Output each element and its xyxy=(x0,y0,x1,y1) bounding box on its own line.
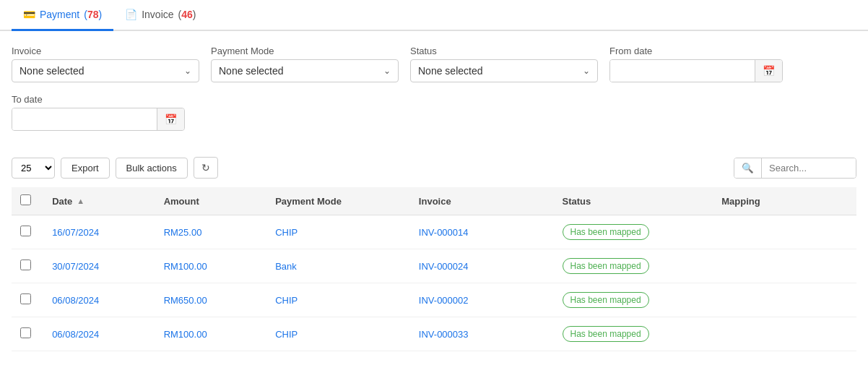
table-row: 16/07/2024 RM25.00 CHIP INV-000014 Has b… xyxy=(12,215,856,249)
table-row: 30/07/2024 RM100.00 Bank INV-000024 Has … xyxy=(12,249,856,283)
row-payment-mode-link[interactable]: CHIP xyxy=(275,295,298,306)
row-payment-mode-link[interactable]: Bank xyxy=(275,261,297,272)
table-row: 06/08/2024 RM650.00 CHIP INV-000002 Has … xyxy=(12,283,856,317)
row-date-cell: 06/08/2024 xyxy=(43,317,155,351)
row-checkbox[interactable] xyxy=(20,293,31,304)
row-amount-cell: RM100.00 xyxy=(155,249,267,283)
table-body: 16/07/2024 RM25.00 CHIP INV-000014 Has b… xyxy=(12,215,856,351)
toolbar: 25 10 50 100 Export Bulk actions ↻ 🔍 xyxy=(0,151,868,187)
row-invoice-link[interactable]: INV-000033 xyxy=(419,329,469,340)
row-invoice-cell: INV-000014 xyxy=(410,215,554,249)
row-payment-mode-cell: Bank xyxy=(266,249,410,283)
invoice-filter-group: Invoice None selected ⌄ xyxy=(12,46,199,82)
row-payment-mode-link[interactable]: CHIP xyxy=(275,329,298,340)
row-amount-cell: RM650.00 xyxy=(155,283,267,317)
row-mapping-cell xyxy=(713,317,856,351)
row-status-cell: Has been mapped xyxy=(554,283,713,317)
row-amount-link[interactable]: RM100.00 xyxy=(164,329,207,340)
row-invoice-cell: INV-000024 xyxy=(410,249,554,283)
to-date-filter-label: To date xyxy=(12,94,185,105)
row-mapping-cell xyxy=(713,249,856,283)
from-date-calendar-icon[interactable]: 📅 xyxy=(755,60,782,82)
filter-section: Invoice None selected ⌄ Payment Mode Non… xyxy=(0,31,868,151)
payment-tab-count: (78) xyxy=(84,9,102,20)
row-invoice-link[interactable]: INV-000002 xyxy=(419,295,469,306)
invoice-tab-label: Invoice xyxy=(142,9,173,20)
export-button[interactable]: Export xyxy=(61,158,110,179)
row-status-cell: Has been mapped xyxy=(554,215,713,249)
row-date-cell: 16/07/2024 xyxy=(43,215,155,249)
table-wrapper: Date ▲ Amount Payment Mode Invoice Statu… xyxy=(0,187,868,351)
search-icon-button[interactable]: 🔍 xyxy=(734,158,762,178)
row-payment-mode-cell: CHIP xyxy=(266,283,410,317)
tab-invoice[interactable]: 📄 Invoice (46) xyxy=(113,0,207,31)
header-checkbox-col xyxy=(12,187,43,215)
row-date-link[interactable]: 06/08/2024 xyxy=(52,329,99,340)
row-date-cell: 06/08/2024 xyxy=(43,283,155,317)
header-mapping-col: Mapping xyxy=(713,187,856,215)
tabs-container: 💳 Payment (78) 📄 Invoice (46) xyxy=(0,0,868,31)
row-date-link[interactable]: 06/08/2024 xyxy=(52,295,99,306)
header-payment-mode-col: Payment Mode xyxy=(266,187,410,215)
status-badge: Has been mapped xyxy=(563,326,649,342)
row-invoice-link[interactable]: INV-000014 xyxy=(419,227,469,238)
header-date-col[interactable]: Date ▲ xyxy=(43,187,155,215)
header-row: Date ▲ Amount Payment Mode Invoice Statu… xyxy=(12,187,856,215)
refresh-button[interactable]: ↻ xyxy=(194,157,218,179)
invoice-filter-value: None selected xyxy=(19,65,84,77)
to-date-filter-group: To date 📅 xyxy=(12,94,185,131)
select-all-checkbox[interactable] xyxy=(20,194,31,205)
payment-mode-chevron-icon: ⌄ xyxy=(383,66,391,76)
invoice-chevron-icon: ⌄ xyxy=(184,66,191,76)
status-badge: Has been mapped xyxy=(563,258,649,274)
row-amount-link[interactable]: RM100.00 xyxy=(164,261,207,272)
status-badge: Has been mapped xyxy=(563,292,649,308)
row-date-link[interactable]: 16/07/2024 xyxy=(52,227,99,238)
payment-mode-filter-label: Payment Mode xyxy=(211,46,399,56)
row-status-cell: Has been mapped xyxy=(554,317,713,351)
from-date-filter-group: From date 📅 xyxy=(609,46,783,82)
tab-payment[interactable]: 💳 Payment (78) xyxy=(12,0,113,31)
payment-tab-label: Payment xyxy=(40,9,79,20)
search-box: 🔍 xyxy=(734,158,856,179)
header-status-col: Status xyxy=(554,187,713,215)
row-status-cell: Has been mapped xyxy=(554,249,713,283)
invoice-filter-label: Invoice xyxy=(12,46,199,56)
filter-row-1: Invoice None selected ⌄ Payment Mode Non… xyxy=(12,46,856,82)
payment-mode-filter-value: None selected xyxy=(219,65,284,77)
row-checkbox-cell xyxy=(12,317,43,351)
invoice-filter-select[interactable]: None selected ⌄ xyxy=(12,59,199,82)
row-mapping-cell xyxy=(713,215,856,249)
row-invoice-link[interactable]: INV-000024 xyxy=(419,261,469,272)
from-date-input-wrapper: 📅 xyxy=(609,59,783,82)
header-invoice-col: Invoice xyxy=(410,187,554,215)
row-checkbox-cell xyxy=(12,215,43,249)
payment-icon: 💳 xyxy=(23,9,35,20)
row-payment-mode-cell: CHIP xyxy=(266,317,410,351)
row-invoice-cell: INV-000033 xyxy=(410,317,554,351)
row-checkbox[interactable] xyxy=(20,260,31,270)
bulk-actions-button[interactable]: Bulk actions xyxy=(116,158,188,179)
row-payment-mode-cell: CHIP xyxy=(266,215,410,249)
filter-row-2: To date 📅 xyxy=(12,94,856,131)
to-date-calendar-icon[interactable]: 📅 xyxy=(157,108,184,130)
row-amount-link[interactable]: RM650.00 xyxy=(164,295,207,306)
to-date-input[interactable] xyxy=(12,108,157,130)
header-amount-col: Amount xyxy=(155,187,267,215)
row-date-link[interactable]: 30/07/2024 xyxy=(52,261,99,272)
invoice-icon: 📄 xyxy=(125,9,137,20)
per-page-select[interactable]: 25 10 50 100 xyxy=(12,158,55,179)
search-input[interactable] xyxy=(762,158,856,178)
row-payment-mode-link[interactable]: CHIP xyxy=(275,227,298,238)
from-date-input[interactable] xyxy=(610,60,755,82)
from-date-filter-label: From date xyxy=(609,46,783,56)
status-filter-select[interactable]: None selected ⌄ xyxy=(410,59,598,82)
row-amount-link[interactable]: RM25.00 xyxy=(164,227,202,238)
payment-mode-filter-select[interactable]: None selected ⌄ xyxy=(211,59,399,82)
row-checkbox[interactable] xyxy=(20,327,31,338)
row-date-cell: 30/07/2024 xyxy=(43,249,155,283)
table-header: Date ▲ Amount Payment Mode Invoice Statu… xyxy=(12,187,856,215)
row-invoice-cell: INV-000002 xyxy=(410,283,554,317)
row-checkbox[interactable] xyxy=(20,226,31,236)
table-row: 06/08/2024 RM100.00 CHIP INV-000033 Has … xyxy=(12,317,856,351)
